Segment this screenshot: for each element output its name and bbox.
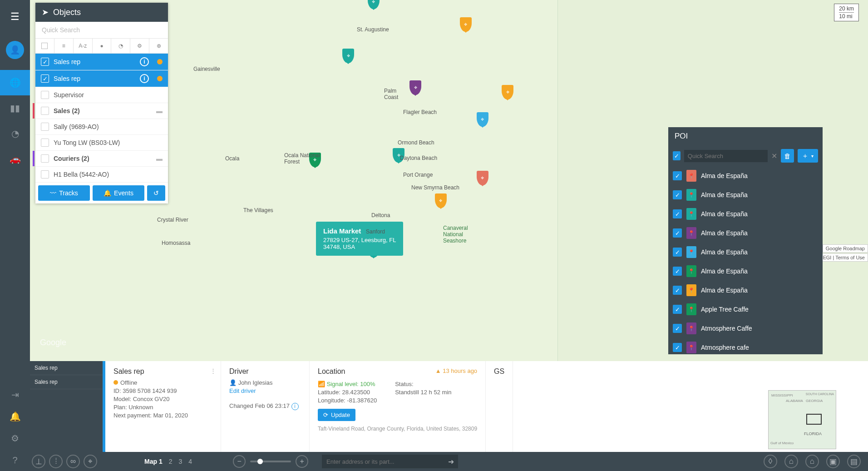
poi-checkall[interactable]: ✓ bbox=[673, 151, 681, 160]
clear-icon[interactable]: ✕ bbox=[771, 152, 777, 160]
row-checkbox[interactable] bbox=[41, 170, 49, 178]
nav-car[interactable]: 🚗 bbox=[0, 146, 30, 172]
map-tab[interactable]: 4 bbox=[188, 458, 192, 465]
poi-search-input[interactable] bbox=[684, 150, 768, 162]
sb-poi-icon[interactable]: ⌂ bbox=[783, 453, 800, 470]
nav-help[interactable]: ? bbox=[0, 449, 30, 471]
row-checkbox[interactable] bbox=[41, 91, 49, 99]
tracks-button[interactable]: 〰Tracks bbox=[38, 185, 90, 201]
sb-ruler-icon[interactable]: ⊥ bbox=[30, 453, 47, 470]
map-city: New Smyrna Beach bbox=[411, 184, 459, 191]
objects-search-input[interactable] bbox=[35, 22, 168, 38]
poi-checkbox[interactable]: ✓ bbox=[673, 267, 682, 276]
sb-eraser-icon[interactable]: ◊ bbox=[762, 453, 779, 470]
sb-overview-icon[interactable]: ▣ bbox=[824, 453, 842, 470]
nav-gear[interactable]: ⚙ bbox=[0, 427, 30, 449]
sb-pin-icon[interactable]: ⌖ bbox=[82, 453, 99, 470]
poi-row[interactable]: ✓📍Alma de España bbox=[668, 185, 823, 204]
object-row[interactable]: ✓Sales repi bbox=[35, 70, 168, 87]
poi-checkbox[interactable]: ✓ bbox=[673, 209, 682, 218]
menu-icon[interactable]: ☰ bbox=[10, 11, 20, 23]
poi-row[interactable]: ✓📍Apple Tree Caffe bbox=[668, 300, 823, 319]
bottom-tab[interactable]: Sales rep bbox=[30, 361, 103, 375]
map-city: Ocala NationalForest bbox=[284, 152, 320, 165]
zoom-slider[interactable] bbox=[250, 461, 291, 462]
address-go-button[interactable]: ➜ bbox=[444, 457, 458, 466]
poi-checkbox[interactable]: ✓ bbox=[673, 190, 682, 199]
sb-share-icon[interactable]: ∞ bbox=[64, 453, 82, 470]
row-checkbox[interactable]: ✓ bbox=[41, 58, 49, 66]
poi-checkbox[interactable]: ✓ bbox=[673, 248, 682, 257]
sb-traffic-icon[interactable]: ⦙ bbox=[47, 453, 64, 470]
callout-line1: 27829 US-27, Leesburg, FL bbox=[323, 237, 396, 243]
nav-clock[interactable]: ◔ bbox=[0, 121, 30, 146]
map-terms[interactable]: NEGI | Terms of Use bbox=[816, 253, 868, 262]
tb-dot-icon[interactable]: ● bbox=[93, 39, 112, 53]
tb-checkbox[interactable] bbox=[35, 39, 54, 53]
nav-globe[interactable]: 🌐 bbox=[0, 70, 30, 95]
map-tab[interactable]: 3 bbox=[178, 458, 182, 465]
tb-sort[interactable]: A-z bbox=[74, 39, 93, 53]
more-icon[interactable]: ⋮ bbox=[210, 367, 216, 374]
poi-checkbox[interactable]: ✓ bbox=[673, 305, 682, 314]
nav-bell[interactable]: 🔔 bbox=[0, 406, 30, 427]
poi-row[interactable]: ✓📍Atmosphere cafe bbox=[668, 338, 823, 354]
info-icon[interactable]: i bbox=[140, 74, 149, 83]
collapse-icon[interactable]: ▬ bbox=[156, 107, 163, 114]
tb-list-icon[interactable]: ≡ bbox=[54, 39, 74, 53]
object-row[interactable]: Couriers (2)▬ bbox=[35, 151, 168, 167]
row-checkbox[interactable] bbox=[41, 107, 49, 115]
events-button[interactable]: 🔔Events bbox=[93, 185, 144, 201]
poi-checkbox[interactable]: ✓ bbox=[673, 343, 682, 352]
map-callout[interactable]: Lida Market 27829 US-27, Leesburg, FL 34… bbox=[316, 222, 403, 256]
poi-checkbox[interactable]: ✓ bbox=[673, 286, 682, 295]
zoom-out-button[interactable]: − bbox=[233, 455, 246, 468]
poi-add-button[interactable]: ＋ bbox=[798, 149, 819, 163]
map-type-label[interactable]: Google Roadmap bbox=[823, 244, 868, 253]
poi-row[interactable]: ✓📍Alma de España bbox=[668, 204, 823, 223]
row-label: Supervisor bbox=[54, 91, 84, 99]
tb-sliders-icon[interactable]: ⚙ bbox=[130, 39, 149, 53]
poi-checkbox[interactable]: ✓ bbox=[673, 228, 682, 238]
edit-driver-link[interactable]: Edit driver bbox=[229, 387, 301, 394]
zoom-in-button[interactable]: + bbox=[296, 455, 308, 468]
object-row[interactable]: Sales (2)▬ bbox=[35, 103, 168, 119]
nav-chart[interactable]: ▮▮ bbox=[0, 95, 30, 121]
history-button[interactable]: ↺ bbox=[147, 185, 165, 201]
row-checkbox[interactable] bbox=[41, 139, 49, 147]
collapse-icon[interactable]: ▬ bbox=[156, 155, 163, 162]
poi-row[interactable]: ✓📍Atmosphere Caffe bbox=[668, 319, 823, 338]
info-icon[interactable]: i bbox=[140, 57, 149, 66]
objects-toolbar: ≡ A-z ● ◔ ⚙ ⊕ bbox=[35, 38, 168, 54]
map-city: PalmCoast bbox=[384, 88, 398, 100]
row-checkbox[interactable]: ✓ bbox=[41, 74, 49, 83]
poi-row[interactable]: ✓📍Alma de España bbox=[668, 262, 823, 281]
object-row[interactable]: Yu Tong LW (BS03-LW) bbox=[35, 135, 168, 151]
map-tab[interactable]: 2 bbox=[169, 458, 173, 465]
row-checkbox[interactable] bbox=[41, 154, 49, 163]
tb-target-icon[interactable]: ⊕ bbox=[149, 39, 168, 53]
map-tab[interactable]: Map 1 bbox=[144, 458, 163, 465]
poi-row[interactable]: ✓📍Alma de España bbox=[668, 281, 823, 300]
address-input[interactable] bbox=[322, 458, 444, 465]
object-row[interactable]: Sally (9689-AO) bbox=[35, 119, 168, 135]
sb-home-icon[interactable]: ⌂ bbox=[804, 453, 821, 470]
poi-row[interactable]: ✓📍Alma de España bbox=[668, 223, 823, 243]
sb-layers-icon[interactable]: ▤ bbox=[845, 453, 863, 470]
map-city: St. Augustine bbox=[357, 26, 389, 33]
object-row[interactable]: ✓Sales repi bbox=[35, 54, 168, 70]
poi-row[interactable]: ✓📍Alma de España bbox=[668, 166, 823, 185]
poi-checkbox[interactable]: ✓ bbox=[673, 324, 682, 333]
row-checkbox[interactable] bbox=[41, 123, 49, 131]
update-button[interactable]: ⟳ Update bbox=[318, 409, 355, 421]
user-avatar[interactable]: 👤 bbox=[6, 41, 24, 59]
object-row[interactable]: H1 Bella (5442-AO) bbox=[35, 167, 168, 183]
poi-row[interactable]: ✓📍Alma de España bbox=[668, 243, 823, 262]
tb-gauge-icon[interactable]: ◔ bbox=[111, 39, 130, 53]
nav-login[interactable]: ⇥ bbox=[0, 384, 30, 406]
poi-delete-button[interactable]: 🗑 bbox=[781, 149, 794, 163]
overview-map[interactable]: MISSISSIPPI ALABAMA GEORGIA SOUTH CAROLI… bbox=[768, 390, 836, 449]
object-row[interactable]: Supervisor bbox=[35, 87, 168, 103]
bottom-tab[interactable]: Sales rep bbox=[30, 375, 103, 389]
poi-checkbox[interactable]: ✓ bbox=[673, 171, 682, 180]
